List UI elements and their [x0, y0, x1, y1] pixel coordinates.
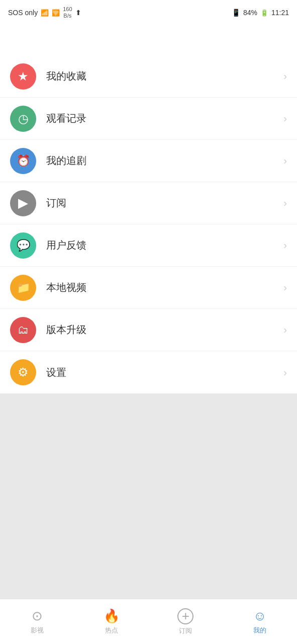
nav-item-mine[interactable]: ☺ 我的	[223, 599, 297, 644]
nav-item-movies[interactable]: ⊙ 影视	[0, 599, 74, 644]
update-arrow: ›	[283, 324, 287, 336]
menu-item-favorites[interactable]: ★ 我的收藏 ›	[0, 55, 297, 98]
menu-item-localvideo[interactable]: 📁 本地视频 ›	[0, 267, 297, 309]
signal-icon: 📶	[41, 9, 49, 17]
feedback-icon: 💬	[10, 232, 36, 259]
history-icon: ◷	[10, 106, 36, 132]
menu-item-feedback[interactable]: 💬 用户反馈 ›	[0, 224, 297, 267]
menu-item-settings[interactable]: ⚙ 设置 ›	[0, 351, 297, 393]
subscribe-nav-icon: +	[177, 608, 193, 624]
sos-text: SOS only	[8, 9, 38, 17]
settings-icon: ⚙	[10, 359, 36, 385]
following-icon: ⏰	[10, 148, 36, 174]
menu-item-following[interactable]: ⏰ 我的追剧 ›	[0, 140, 297, 182]
localvideo-icon: 📁	[10, 275, 36, 301]
nav-item-subscribe[interactable]: + 订阅	[149, 599, 223, 644]
status-left: SOS only 📶 🛜 160B/s ⬆	[8, 6, 81, 19]
localvideo-label: 本地视频	[46, 281, 283, 294]
menu-list: ★ 我的收藏 › ◷ 观看记录 › ⏰ 我的追剧 › ▶ 订阅 › 💬 用户反馈…	[0, 55, 297, 393]
battery-icon: 🔋	[260, 9, 268, 17]
subscribe-label: 订阅	[46, 196, 283, 210]
time-display: 11:21	[271, 9, 289, 17]
mine-nav-icon: ☺	[253, 608, 267, 624]
feedback-label: 用户反馈	[46, 238, 283, 252]
upload-icon: ⬆	[75, 9, 81, 17]
settings-label: 设置	[46, 366, 283, 379]
hotspot-nav-label: 热点	[105, 626, 118, 635]
update-icon: 🗂	[10, 317, 36, 343]
movies-nav-icon: ⊙	[32, 608, 43, 624]
history-arrow: ›	[283, 113, 287, 124]
menu-item-subscribe[interactable]: ▶ 订阅 ›	[0, 182, 297, 224]
header-spacer	[0, 25, 297, 55]
battery-percent: 84%	[243, 9, 257, 17]
favorites-label: 我的收藏	[46, 69, 283, 83]
settings-arrow: ›	[283, 367, 287, 378]
update-label: 版本升级	[46, 323, 283, 337]
menu-item-update[interactable]: 🗂 版本升级 ›	[0, 309, 297, 351]
localvideo-arrow: ›	[283, 282, 287, 293]
status-right: 📱 84% 🔋 11:21	[232, 9, 289, 17]
sim-icon: 📱	[232, 9, 240, 17]
wifi-icon: 🛜	[52, 9, 60, 17]
subscribe-nav-label: 订阅	[179, 626, 192, 635]
feedback-arrow: ›	[283, 239, 287, 251]
subscribe-icon: ▶	[10, 190, 36, 216]
status-bar: SOS only 📶 🛜 160B/s ⬆ 📱 84% 🔋 11:21	[0, 0, 297, 25]
mine-nav-label: 我的	[253, 626, 266, 635]
gray-area	[0, 393, 297, 599]
hotspot-nav-icon: 🔥	[104, 608, 120, 624]
nav-item-hotspot[interactable]: 🔥 热点	[74, 599, 149, 644]
following-arrow: ›	[283, 155, 287, 167]
movies-nav-label: 影视	[31, 626, 44, 635]
bottom-nav: ⊙ 影视 🔥 热点 + 订阅 ☺ 我的	[0, 599, 297, 644]
following-label: 我的追剧	[46, 154, 283, 168]
history-label: 观看记录	[46, 112, 283, 125]
favorites-arrow: ›	[283, 70, 287, 82]
subscribe-arrow: ›	[283, 197, 287, 209]
speed-text: 160B/s	[63, 6, 72, 19]
favorites-icon: ★	[10, 63, 36, 90]
menu-item-history[interactable]: ◷ 观看记录 ›	[0, 98, 297, 140]
